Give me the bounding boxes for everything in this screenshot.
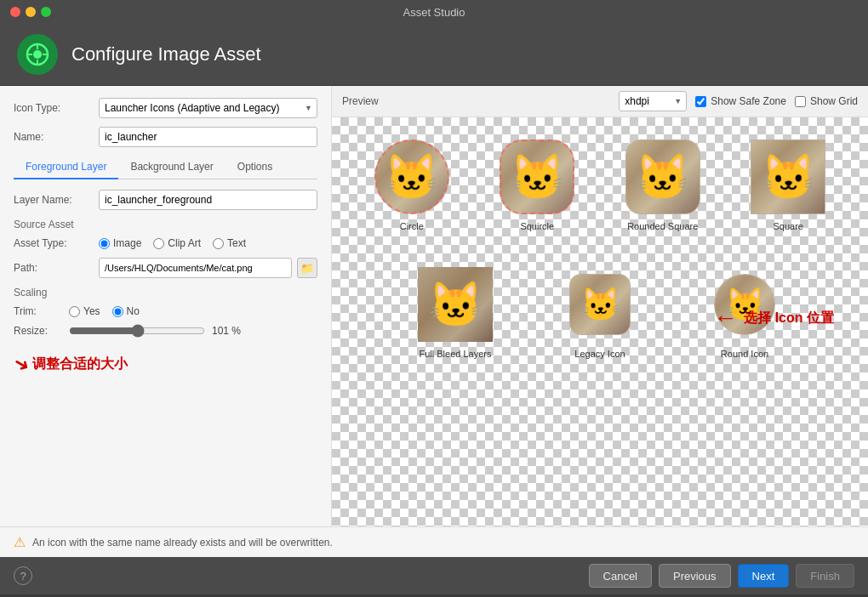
folder-button[interactable]: 📁 (297, 258, 317, 278)
name-label: Name: (14, 131, 99, 143)
name-row: Name: (14, 127, 317, 147)
asset-type-label: Asset Type: (14, 237, 99, 249)
footer: ? Cancel Previous Next Finish (0, 557, 868, 594)
grid-checkbox-label[interactable]: Show Grid (795, 95, 858, 107)
header-icon (17, 34, 58, 75)
right-panel: Preview xhdpi Show Safe Zone Show Grid (332, 86, 868, 526)
asset-type-image[interactable]: Image (99, 237, 141, 249)
icon-row-1: 🐱 Circle 🐱 Squircle (332, 117, 868, 253)
previous-button[interactable]: Previous (659, 564, 731, 588)
trim-label: Trim: (14, 305, 69, 317)
icon-label-squircle: Squircle (520, 221, 554, 231)
icon-type-label: Icon Type: (14, 102, 99, 114)
minimize-button[interactable] (26, 7, 36, 17)
icon-cell-legacy: 🐱 Legacy Icon (528, 253, 672, 372)
dpi-dropdown[interactable]: xhdpi (619, 91, 687, 111)
cat-square-shape: 🐱 (751, 139, 825, 214)
safe-zone-label: Show Safe Zone (711, 95, 786, 107)
trim-yes[interactable]: Yes (69, 305, 100, 317)
icon-preview-legacy: 🐱 (562, 267, 637, 342)
tabs: Foreground Layer Background Layer Option… (14, 156, 317, 179)
select-icon-annotation: ← 选择 Icon 位置 (713, 304, 834, 332)
page-title: Configure Image Asset (71, 43, 261, 65)
icon-label-square: Square (774, 221, 803, 231)
preview-label: Preview (342, 95, 379, 107)
dpi-dropdown-wrapper: xhdpi (619, 91, 687, 111)
select-icon-arrow: ← (713, 304, 737, 332)
preview-toolbar: Preview xhdpi Show Safe Zone Show Grid (332, 86, 868, 117)
icon-row-2-wrapper: 🐱 Full Bleed Layers 🐱 Legacy Icon (332, 253, 868, 398)
resize-annotation-text: 调整合适的大小 (32, 355, 128, 373)
tab-options[interactable]: Options (226, 156, 284, 179)
asset-type-clipart[interactable]: Clip Art (153, 237, 201, 249)
trim-row: Trim: Yes No (14, 305, 317, 317)
icon-preview-square: 🐱 (751, 139, 825, 214)
layer-name-label: Layer Name: (14, 194, 99, 206)
warning-bar: ⚠ An icon with the same name already exi… (0, 526, 868, 557)
maximize-button[interactable] (41, 7, 51, 17)
asset-type-row: Asset Type: Image Clip Art Text (14, 237, 317, 249)
cat-squircle-shape: 🐱 (500, 139, 574, 214)
icon-type-dropdown[interactable]: Launcher Icons (Adaptive and Legacy) (99, 98, 317, 118)
layer-name-row: Layer Name: (14, 190, 317, 210)
resize-annotation-arrow: ➜ (9, 350, 34, 378)
icon-label-circle: Circle (400, 221, 424, 231)
warning-icon: ⚠ (14, 534, 26, 550)
traffic-lights (10, 7, 51, 17)
icon-preview-rounded-square: 🐱 (625, 139, 700, 214)
resize-annotation: ➜ 调整合适的大小 (14, 353, 317, 375)
titlebar: Asset Studio (0, 0, 868, 24)
resize-slider-group: 101 % (69, 324, 241, 338)
icon-cell-square: 🐱 Square (726, 126, 852, 245)
tab-background[interactable]: Background Layer (118, 156, 225, 179)
help-button[interactable]: ? (14, 566, 32, 585)
finish-button[interactable]: Finish (796, 564, 854, 588)
select-icon-text: 选择 Icon 位置 (744, 310, 834, 327)
icon-type-dropdown-wrapper: Launcher Icons (Adaptive and Legacy) (99, 98, 317, 118)
scaling-section: Scaling Trim: Yes No Resize: (14, 287, 317, 338)
resize-label: Resize: (14, 325, 69, 337)
path-label: Path: (14, 262, 99, 274)
asset-type-radio-group: Image Clip Art Text (99, 237, 246, 249)
layer-name-input[interactable] (99, 190, 317, 210)
icon-label-round: Round Icon (721, 349, 768, 359)
safe-zone-checkbox[interactable] (695, 96, 706, 107)
left-panel: Icon Type: Launcher Icons (Adaptive and … (0, 86, 332, 526)
cat-face-squircle: 🐱 (500, 140, 574, 213)
close-button[interactable] (10, 7, 20, 17)
path-row: Path: 📁 (14, 258, 317, 278)
icon-preview-squircle: 🐱 (500, 139, 574, 214)
path-input[interactable] (99, 258, 292, 278)
asset-type-text[interactable]: Text (213, 237, 246, 249)
cat-face-legacy: 🐱 (570, 275, 630, 334)
resize-row: Resize: 101 % (14, 324, 317, 338)
titlebar-title: Asset Studio (403, 6, 465, 19)
footer-buttons: Cancel Previous Next Finish (589, 564, 854, 588)
trim-no[interactable]: No (112, 305, 140, 317)
source-asset-section: Source Asset Asset Type: Image Clip Art (14, 219, 317, 278)
cat-face-full: 🐱 (418, 267, 493, 342)
icon-cell-circle: 🐱 Circle (349, 126, 475, 245)
preview-scroll[interactable]: 🐱 Circle 🐱 Squircle (332, 117, 868, 526)
warning-text: An icon with the same name already exist… (32, 537, 333, 549)
icon-label-rounded-square: Rounded Square (627, 221, 698, 231)
cat-face-square: 🐱 (751, 140, 825, 213)
icon-type-row: Icon Type: Launcher Icons (Adaptive and … (14, 98, 317, 118)
path-input-group: 📁 (99, 258, 317, 278)
cat-full-shape: 🐱 (418, 267, 493, 342)
icon-preview-circle: 🐱 (374, 139, 449, 214)
resize-slider[interactable] (69, 324, 205, 338)
next-button[interactable]: Next (738, 564, 790, 588)
header: Configure Image Asset (0, 24, 868, 86)
source-asset-label: Source Asset (14, 219, 317, 230)
help-icon: ? (20, 570, 26, 583)
grid-checkbox[interactable] (795, 96, 806, 107)
cancel-button[interactable]: Cancel (589, 564, 652, 588)
safe-zone-checkbox-label[interactable]: Show Safe Zone (695, 95, 786, 107)
cat-face-rounded: 🐱 (626, 140, 700, 213)
name-input[interactable] (99, 127, 317, 147)
cat-legacy-shape: 🐱 (569, 274, 631, 335)
icon-label-full: Full Bleed Layers (420, 349, 492, 359)
tab-foreground[interactable]: Foreground Layer (14, 156, 118, 179)
cat-circle-shape: 🐱 (374, 139, 449, 214)
